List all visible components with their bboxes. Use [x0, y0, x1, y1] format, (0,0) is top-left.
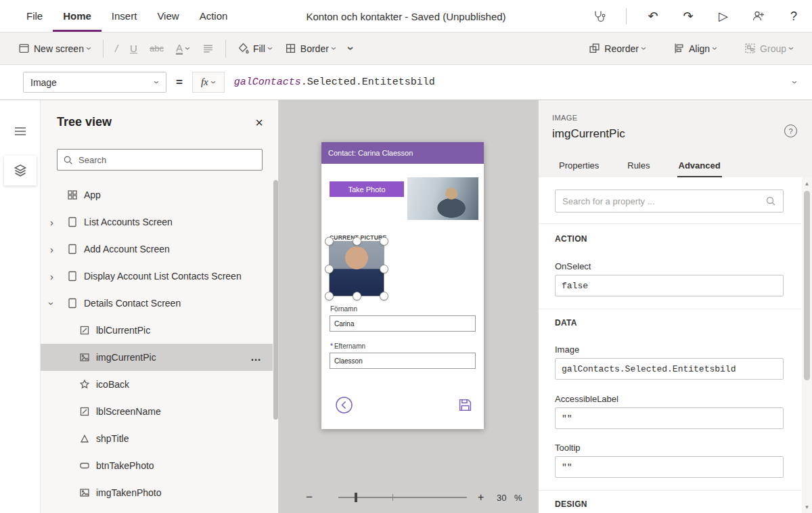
tree-scrollbar[interactable]: [273, 180, 278, 420]
align-button[interactable]: Align ›: [667, 38, 723, 60]
selection-handle[interactable]: [325, 237, 334, 246]
text-align-button[interactable]: [196, 38, 220, 60]
tree-view-title: Tree view: [57, 115, 112, 129]
hamburger-menu-icon[interactable]: [4, 116, 37, 146]
property-selector[interactable]: Image ›: [23, 72, 166, 93]
tree-item-shptitle[interactable]: shpTitle: [41, 425, 273, 452]
current-picture-image[interactable]: [330, 242, 384, 296]
back-icon[interactable]: [335, 396, 353, 414]
chevron-right-icon[interactable]: ›: [50, 217, 66, 228]
selection-handle[interactable]: [380, 292, 388, 300]
tree-item-app[interactable]: App: [41, 181, 273, 208]
font-color-button[interactable]: A ›: [170, 38, 196, 60]
zoom-in-button[interactable]: +: [478, 491, 484, 504]
formula-expand-chevron-icon[interactable]: ›: [790, 81, 800, 84]
tree-item-add-account-screen[interactable]: › Add Account Screen: [41, 236, 273, 263]
undo-icon[interactable]: ↶: [644, 7, 662, 25]
tree-item-icoback[interactable]: icoBack: [41, 371, 273, 398]
properties-scrollbar[interactable]: ▲ ▼: [802, 177, 812, 513]
screen-icon: [66, 244, 78, 254]
accessiblelabel-input[interactable]: [555, 407, 784, 429]
tree-search-input[interactable]: [78, 155, 256, 165]
scroll-up-icon[interactable]: ▲: [802, 179, 812, 188]
menu-file[interactable]: File: [16, 0, 53, 32]
tree-view-rail-icon[interactable]: [4, 156, 37, 185]
onselect-input[interactable]: [555, 275, 784, 296]
formula-bar: Image › = fx › galContacts.Selected.Enti…: [0, 65, 812, 100]
fx-dropdown[interactable]: fx ›: [192, 72, 225, 93]
tree-item-label: lblCurrentPic: [96, 325, 150, 336]
lastname-input[interactable]: [330, 353, 476, 369]
tooltip-input[interactable]: [555, 456, 784, 478]
tab-properties[interactable]: Properties: [558, 155, 600, 177]
selection-handle[interactable]: [380, 237, 388, 246]
tree-item-lblcurrentpic[interactable]: lblCurrentPic: [41, 317, 273, 344]
screen-title-bar[interactable]: Contact: Carina Claesson: [321, 142, 484, 164]
contact-photo[interactable]: [407, 177, 478, 220]
chevron-right-icon[interactable]: ›: [50, 244, 66, 255]
zoom-slider[interactable]: [338, 497, 467, 498]
more-options-icon[interactable]: …: [250, 351, 262, 363]
tree-item-display-account-list-contacts-screen[interactable]: › Display Account List Contacts Screen: [41, 263, 273, 290]
screen-icon: [66, 298, 78, 309]
menu-home[interactable]: Home: [53, 0, 102, 32]
formula-rest: .Selected.Entitetsbild: [301, 76, 435, 88]
fill-button[interactable]: Fill ›: [231, 38, 279, 60]
reorder-button[interactable]: Reorder ›: [583, 38, 652, 60]
tree-item-list-accounts-screen[interactable]: › List Accounts Screen: [41, 208, 273, 236]
selection-handle[interactable]: [353, 237, 361, 246]
menu-view[interactable]: View: [147, 0, 189, 32]
selection-handle[interactable]: [353, 292, 361, 300]
button-icon: [78, 460, 91, 471]
close-icon[interactable]: ×: [255, 116, 263, 129]
selection-handle[interactable]: [325, 265, 334, 273]
chevron-right-icon[interactable]: ›: [50, 271, 66, 282]
tab-advanced[interactable]: Advanced: [677, 155, 722, 177]
chevron-down-icon: ›: [152, 81, 162, 84]
menu-action[interactable]: Action: [189, 0, 238, 32]
scroll-down-icon[interactable]: ▼: [802, 502, 812, 512]
save-icon[interactable]: [458, 398, 472, 412]
chevron-down-icon[interactable]: ›: [50, 298, 66, 309]
main-area: Tree view × App › List Accounts Screen: [0, 100, 812, 513]
property-selector-value: Image: [30, 77, 156, 88]
shape-icon: [78, 433, 91, 444]
onselect-label: OnSelect: [555, 261, 591, 271]
tree-item-btntakephoto[interactable]: btnTakePhoto: [41, 452, 273, 479]
phone-preview[interactable]: Contact: Carina Claesson Take Photo CURR…: [321, 142, 484, 429]
preview-play-icon[interactable]: ▷: [715, 7, 732, 25]
firstname-input[interactable]: [330, 315, 476, 332]
new-screen-button[interactable]: New screen ›: [12, 38, 97, 60]
tree-item-imgtakenphoto[interactable]: imgTakenPhoto: [41, 479, 273, 506]
underline-button[interactable]: U: [124, 38, 143, 60]
group-button[interactable]: Group ›: [738, 38, 800, 60]
italic-button[interactable]: /: [109, 38, 124, 60]
toolbar-right-group: Reorder › Align › Group ›: [583, 38, 800, 60]
share-user-icon[interactable]: [750, 7, 767, 25]
zoom-slider-thumb[interactable]: [355, 493, 357, 502]
help-icon[interactable]: ?: [785, 7, 803, 25]
selection-handle[interactable]: [380, 265, 388, 273]
zoom-out-button[interactable]: −: [306, 491, 313, 504]
tree-item-imgcurrentpic[interactable]: imgCurrentPic …: [41, 344, 273, 371]
app-icon: [66, 189, 78, 200]
scrollbar-thumb[interactable]: [804, 191, 810, 380]
tree-item-details-contact-screen[interactable]: › Details Contact Screen: [41, 290, 273, 317]
menu-insert[interactable]: Insert: [102, 0, 148, 32]
formula-input[interactable]: galContacts.Selected.Entitetsbild: [234, 76, 435, 88]
more-formatting-chevron-icon[interactable]: ›: [345, 46, 358, 50]
border-button[interactable]: Border ›: [279, 38, 342, 60]
image-property-input[interactable]: [555, 358, 784, 380]
zoom-slider-tick: [392, 494, 393, 501]
tree-item-lblscreenname[interactable]: lblScreenName: [41, 398, 273, 425]
tab-rules[interactable]: Rules: [626, 155, 651, 177]
app-checker-icon[interactable]: [591, 7, 608, 25]
group-label: Group: [760, 43, 786, 54]
redo-icon[interactable]: ↷: [679, 7, 697, 25]
panel-help-icon[interactable]: ?: [784, 125, 797, 137]
selection-handle[interactable]: [325, 292, 334, 300]
required-mark: *: [330, 342, 333, 350]
take-photo-button[interactable]: Take Photo: [330, 181, 404, 197]
strikethrough-button[interactable]: abc: [143, 38, 170, 60]
property-search-input[interactable]: [562, 196, 765, 206]
